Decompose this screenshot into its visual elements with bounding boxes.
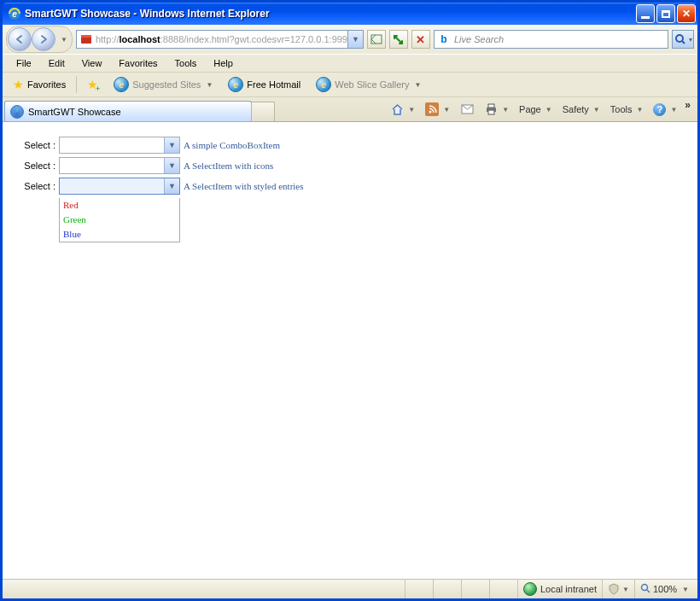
compat-view-button[interactable] bbox=[367, 30, 386, 49]
address-text: http://localhost:8888/index.html?gwt.cod… bbox=[96, 34, 347, 44]
svg-point-7 bbox=[429, 110, 431, 113]
suggested-sites-link[interactable]: e Suggested Sites ▼ bbox=[108, 75, 218, 94]
web-slice-gallery-link[interactable]: e Web Slice Gallery ▼ bbox=[311, 75, 426, 94]
bing-icon: b bbox=[437, 32, 451, 46]
nav-history-dropdown[interactable]: ▼ bbox=[57, 36, 71, 44]
page-menu[interactable]: Page▼ bbox=[516, 104, 555, 114]
browser-window: e SmartGWT Showcase - Windows Internet E… bbox=[0, 0, 700, 601]
back-button[interactable] bbox=[8, 27, 32, 51]
favorites-button[interactable]: ★ Favorites bbox=[8, 75, 71, 94]
svg-rect-9 bbox=[488, 104, 494, 108]
search-placeholder: Live Search bbox=[453, 34, 668, 44]
navigation-toolbar: ▼ http://localhost:8888/index.html?gwt.c… bbox=[3, 25, 697, 54]
globe-icon bbox=[523, 582, 537, 596]
print-icon bbox=[484, 102, 498, 116]
close-button[interactable]: ✕ bbox=[677, 4, 696, 23]
menu-bar: File Edit View Favorites Tools Help bbox=[3, 54, 697, 73]
address-dropdown[interactable]: ▼ bbox=[347, 31, 363, 48]
chevron-down-icon: ▼ bbox=[164, 178, 179, 194]
print-button[interactable]: ▼ bbox=[481, 102, 511, 116]
title-bar: e SmartGWT Showcase - Windows Internet E… bbox=[3, 3, 697, 25]
new-tab-button[interactable] bbox=[251, 102, 275, 121]
refresh-button[interactable] bbox=[389, 30, 408, 49]
address-bar[interactable]: http://localhost:8888/index.html?gwt.cod… bbox=[76, 30, 364, 49]
svg-line-6 bbox=[682, 41, 685, 44]
svg-point-12 bbox=[641, 584, 647, 590]
option-red[interactable]: Red bbox=[60, 198, 179, 213]
combobox-1[interactable]: ▼ bbox=[59, 137, 180, 154]
svg-point-5 bbox=[676, 35, 683, 42]
search-button[interactable]: ▾ bbox=[672, 30, 694, 49]
option-green[interactable]: Green bbox=[60, 213, 179, 227]
home-icon bbox=[390, 102, 404, 116]
field-label-3: Select : bbox=[13, 181, 59, 191]
menu-view[interactable]: View bbox=[73, 56, 111, 70]
minimize-button[interactable] bbox=[636, 4, 655, 23]
maximize-button[interactable] bbox=[656, 4, 675, 23]
menu-tools[interactable]: Tools bbox=[166, 56, 206, 70]
svg-rect-3 bbox=[81, 35, 91, 38]
security-zone[interactable]: Local intranet bbox=[517, 580, 602, 598]
menu-edit[interactable]: Edit bbox=[40, 56, 73, 70]
mail-icon bbox=[460, 102, 474, 116]
option-blue[interactable]: Blue bbox=[60, 227, 179, 242]
star-icon: ★ bbox=[13, 78, 24, 91]
chevron-down-icon: ▼ bbox=[164, 158, 179, 173]
search-bar[interactable]: b Live Search bbox=[434, 30, 668, 49]
toolbar-overflow[interactable]: » bbox=[685, 99, 691, 111]
select-2[interactable]: ▼ bbox=[59, 157, 180, 174]
safety-menu[interactable]: Safety▼ bbox=[560, 104, 603, 114]
shield-icon bbox=[608, 583, 620, 595]
magnifier-icon bbox=[640, 583, 650, 596]
star-add-icon: ★+ bbox=[87, 78, 98, 91]
svg-line-13 bbox=[647, 590, 650, 592]
select-3[interactable]: ▼ bbox=[59, 178, 180, 195]
site-icon bbox=[79, 32, 93, 46]
field-desc-1: A simple ComboBoxItem bbox=[184, 140, 280, 150]
field-label-2: Select : bbox=[13, 160, 59, 171]
svg-text:e: e bbox=[12, 9, 17, 19]
svg-rect-4 bbox=[371, 35, 382, 44]
help-button[interactable]: ?▼ bbox=[650, 103, 680, 116]
status-bar: Local intranet ▼ 100% ▼ bbox=[3, 579, 697, 598]
menu-file[interactable]: File bbox=[8, 56, 40, 70]
tab-bar: SmartGWT Showcase ▼ ▼ ▼ Page▼ Safety▼ To… bbox=[3, 97, 697, 122]
rss-icon bbox=[425, 102, 439, 116]
svg-rect-11 bbox=[488, 110, 494, 114]
menu-help[interactable]: Help bbox=[205, 56, 242, 70]
stop-button[interactable]: ✕ bbox=[411, 30, 430, 49]
tab-active[interactable]: SmartGWT Showcase bbox=[4, 101, 252, 121]
ie-page-icon: e bbox=[114, 77, 129, 92]
ie-icon: e bbox=[8, 7, 21, 20]
select-3-dropdown: Red Green Blue bbox=[59, 198, 180, 242]
page-icon bbox=[10, 105, 24, 119]
read-mail-button[interactable] bbox=[458, 102, 476, 116]
field-label-1: Select : bbox=[13, 140, 59, 150]
page-content: Select : ▼ A simple ComboBoxItem Select … bbox=[3, 122, 697, 579]
home-button[interactable]: ▼ bbox=[388, 102, 417, 116]
help-icon: ? bbox=[653, 103, 666, 116]
tab-title: SmartGWT Showcase bbox=[28, 107, 121, 117]
forward-button[interactable] bbox=[32, 27, 55, 51]
ie-page-icon: e bbox=[228, 77, 243, 92]
tools-menu[interactable]: Tools▼ bbox=[608, 104, 646, 114]
feeds-button[interactable]: ▼ bbox=[423, 102, 452, 116]
favorites-bar: ★ Favorites ★+ e Suggested Sites ▼ e Fre… bbox=[3, 73, 697, 97]
window-title: SmartGWT Showcase - Windows Internet Exp… bbox=[25, 8, 270, 20]
field-desc-2: A SelectItem with icons bbox=[184, 160, 273, 171]
zoom-control[interactable]: 100% ▼ bbox=[634, 580, 694, 598]
add-favorite-button[interactable]: ★+ bbox=[82, 75, 103, 94]
menu-favorites[interactable]: Favorites bbox=[110, 56, 166, 70]
field-desc-3: A SelectItem with styled entries bbox=[184, 181, 304, 191]
protected-mode-button[interactable]: ▼ bbox=[602, 580, 634, 598]
ie-page-icon: e bbox=[316, 77, 331, 92]
free-hotmail-link[interactable]: e Free Hotmail bbox=[223, 75, 306, 94]
chevron-down-icon: ▼ bbox=[164, 137, 179, 153]
